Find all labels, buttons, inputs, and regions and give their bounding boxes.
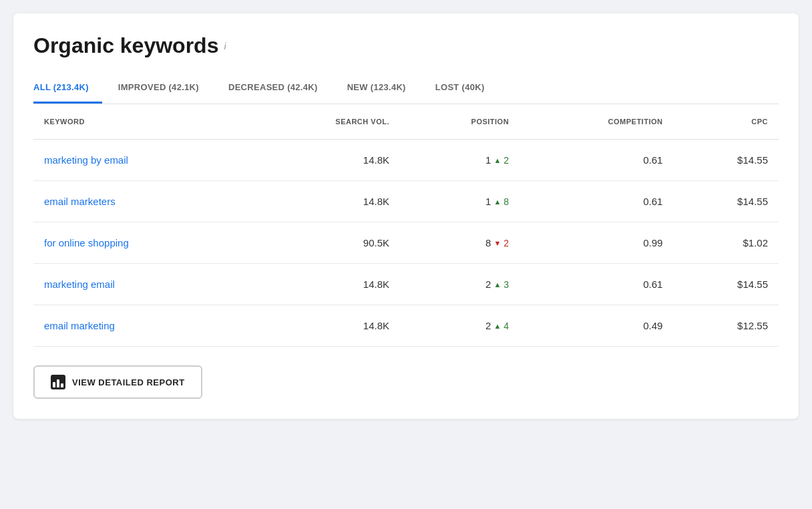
view-detailed-report-button[interactable]: VIEW DETAILED REPORT bbox=[33, 365, 202, 399]
keyword-cell: for online shopping bbox=[33, 222, 248, 264]
position-change: 8 bbox=[503, 196, 509, 207]
col-header-keyword: KEYWORD bbox=[33, 104, 248, 140]
position-change: 3 bbox=[503, 279, 509, 290]
position-change: 2 bbox=[503, 238, 509, 248]
position-change: 4 bbox=[503, 321, 509, 331]
tab-decreased[interactable]: DECREASED (42.4K) bbox=[228, 74, 331, 104]
position-cell: 2▲3 bbox=[400, 264, 520, 305]
keyword-link[interactable]: for online shopping bbox=[44, 237, 129, 248]
competition-cell: 0.99 bbox=[520, 222, 673, 264]
table-row: email marketing14.8K2▲40.49$12.55 bbox=[33, 305, 779, 347]
keyword-cell: email marketers bbox=[33, 181, 248, 222]
competition-cell: 0.61 bbox=[520, 181, 673, 222]
keyword-cell: marketing email bbox=[33, 264, 248, 305]
report-btn-area: VIEW DETAILED REPORT bbox=[33, 365, 779, 399]
cpc-cell: $14.55 bbox=[673, 181, 779, 222]
arrow-up-icon: ▲ bbox=[493, 322, 501, 330]
cpc-cell: $12.55 bbox=[673, 305, 779, 347]
search-vol-cell: 14.8K bbox=[248, 305, 400, 347]
col-header-competition: COMPETITION bbox=[520, 104, 673, 140]
position-cell: 1▲8 bbox=[400, 181, 520, 222]
bar3 bbox=[61, 383, 63, 387]
info-icon[interactable]: i bbox=[224, 41, 226, 51]
search-vol-cell: 14.8K bbox=[248, 140, 400, 181]
position-value: 2 bbox=[485, 279, 491, 290]
arrow-up-icon: ▲ bbox=[493, 281, 501, 289]
title-area: Organic keywords i bbox=[33, 33, 779, 58]
bar2 bbox=[57, 379, 59, 387]
bar-chart-icon bbox=[51, 375, 65, 389]
position-cell: 2▲4 bbox=[400, 305, 520, 347]
position-cell: 1▲2 bbox=[400, 140, 520, 181]
col-header-cpc: CPC bbox=[673, 104, 779, 140]
col-header-position: POSITION bbox=[400, 104, 520, 140]
keyword-cell: email marketing bbox=[33, 305, 248, 347]
table-row: email marketers14.8K1▲80.61$14.55 bbox=[33, 181, 779, 222]
search-vol-cell: 90.5K bbox=[248, 222, 400, 264]
tab-lost[interactable]: LOST (40K) bbox=[435, 74, 498, 104]
tab-improved[interactable]: IMPROVED (42.1K) bbox=[118, 74, 212, 104]
report-btn-label: VIEW DETAILED REPORT bbox=[72, 377, 185, 387]
keywords-table: KEYWORDSEARCH VOL.POSITIONCOMPETITIONCPC… bbox=[33, 104, 779, 347]
bar1 bbox=[53, 382, 55, 387]
keyword-link[interactable]: email marketers bbox=[44, 196, 116, 207]
cpc-cell: $14.55 bbox=[673, 264, 779, 305]
arrow-up-icon: ▲ bbox=[493, 198, 501, 206]
position-change: 2 bbox=[503, 155, 509, 166]
table-container: KEYWORDSEARCH VOL.POSITIONCOMPETITIONCPC… bbox=[33, 104, 779, 347]
position-cell: 8▼2 bbox=[400, 222, 520, 264]
tabs-area: ALL (213.4K)IMPROVED (42.1K)DECREASED (4… bbox=[33, 74, 779, 104]
position-value: 8 bbox=[485, 237, 491, 248]
tab-new[interactable]: NEW (123.4K) bbox=[347, 74, 419, 104]
table-body: marketing by email14.8K1▲20.61$14.55emai… bbox=[33, 140, 779, 347]
tabs-list: ALL (213.4K)IMPROVED (42.1K)DECREASED (4… bbox=[33, 74, 779, 104]
position-value: 1 bbox=[485, 154, 491, 166]
search-vol-cell: 14.8K bbox=[248, 181, 400, 222]
keyword-link[interactable]: email marketing bbox=[44, 320, 115, 331]
cpc-cell: $1.02 bbox=[673, 222, 779, 264]
keyword-link[interactable]: marketing email bbox=[44, 279, 115, 290]
tab-all[interactable]: ALL (213.4K) bbox=[33, 74, 102, 104]
col-header-search_vol: SEARCH VOL. bbox=[248, 104, 400, 140]
table-row: for online shopping90.5K8▼20.99$1.02 bbox=[33, 222, 779, 264]
keyword-link[interactable]: marketing by email bbox=[44, 154, 128, 166]
table-header-row: KEYWORDSEARCH VOL.POSITIONCOMPETITIONCPC bbox=[33, 104, 779, 140]
competition-cell: 0.49 bbox=[520, 305, 673, 347]
position-value: 1 bbox=[485, 196, 491, 207]
keyword-cell: marketing by email bbox=[33, 140, 248, 181]
cpc-cell: $14.55 bbox=[673, 140, 779, 181]
page-title: Organic keywords bbox=[33, 33, 218, 58]
table-row: marketing by email14.8K1▲20.61$14.55 bbox=[33, 140, 779, 181]
main-card: Organic keywords i ALL (213.4K)IMPROVED … bbox=[13, 13, 799, 419]
competition-cell: 0.61 bbox=[520, 264, 673, 305]
table-row: marketing email14.8K2▲30.61$14.55 bbox=[33, 264, 779, 305]
position-value: 2 bbox=[485, 320, 491, 331]
arrow-down-icon: ▼ bbox=[493, 239, 501, 247]
arrow-up-icon: ▲ bbox=[493, 156, 501, 164]
competition-cell: 0.61 bbox=[520, 140, 673, 181]
search-vol-cell: 14.8K bbox=[248, 264, 400, 305]
